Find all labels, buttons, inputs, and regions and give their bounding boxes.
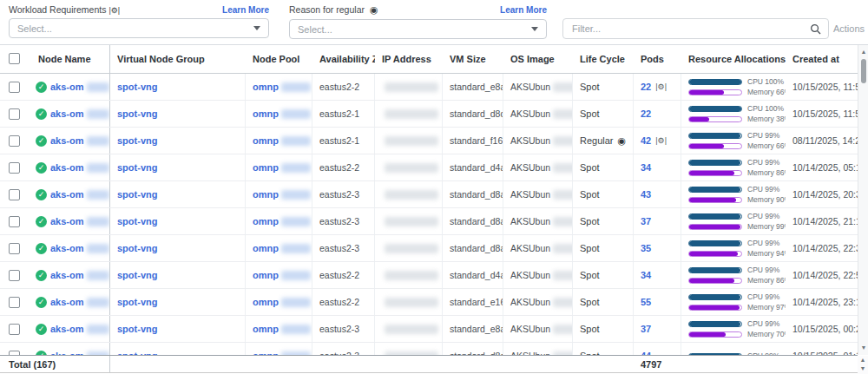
node-pool-link[interactable]: omnp: [253, 108, 279, 119]
memory-allocation-label: Memory 86%: [747, 276, 786, 285]
redacted-os-image: [553, 271, 573, 280]
row-checkbox[interactable]: [9, 324, 20, 335]
workload-learn-more-link[interactable]: Learn More: [222, 5, 269, 15]
column-header-resource-allocations[interactable]: Resource Allocations ↓ ≡: [681, 54, 786, 64]
cpu-allocation-bar: [688, 213, 742, 220]
node-name-link[interactable]: aks-om: [50, 297, 84, 307]
redacted-node-name: [87, 82, 109, 92]
node-pool-link[interactable]: omnp: [253, 135, 279, 146]
virtual-node-group-link[interactable]: spot-vng: [117, 108, 157, 119]
node-healthy-icon: ✓: [36, 162, 47, 174]
row-checkbox[interactable]: [9, 270, 20, 281]
node-pool-link[interactable]: omnp: [253, 270, 279, 280]
row-checkbox[interactable]: [9, 162, 20, 174]
column-header-availability-zone[interactable]: Availability Zone: [312, 54, 375, 64]
pods-count-link[interactable]: 34: [641, 270, 651, 280]
table-header: Node Name Virtual Node Group Node Pool A…: [0, 45, 858, 74]
memory-allocation-bar: [688, 331, 742, 338]
vm-size-value: standard_e8as_v4: [450, 324, 503, 334]
column-header-pods[interactable]: Pods: [634, 54, 681, 64]
cpu-allocation-bar: [688, 79, 742, 85]
node-name-link[interactable]: aks-om: [50, 270, 84, 280]
table-row: ✓ aks-om spot-vng omnp eastus2-1 standar…: [0, 128, 858, 154]
column-header-os-image[interactable]: OS Image: [503, 54, 573, 64]
created-at-value: 10/14/2025, 20:3...: [792, 189, 858, 200]
memory-allocation-label: Memory 97%: [747, 303, 786, 312]
pods-count-link[interactable]: 43: [641, 189, 651, 200]
virtual-node-group-link[interactable]: spot-vng: [117, 324, 157, 334]
reason-for-regular-select[interactable]: Select...: [289, 19, 547, 39]
node-pool-link[interactable]: omnp: [253, 297, 279, 307]
select-all-checkbox[interactable]: [9, 53, 20, 64]
node-name-link[interactable]: aks-om: [50, 324, 84, 334]
row-checkbox[interactable]: [9, 243, 20, 254]
cpu-allocation-bar: [688, 294, 742, 300]
row-checkbox[interactable]: [9, 297, 20, 308]
pods-count-link[interactable]: 37: [641, 324, 651, 334]
column-header-node-pool[interactable]: Node Pool: [246, 54, 312, 64]
row-checkbox[interactable]: [9, 189, 20, 200]
life-cycle-value: Spot: [580, 108, 600, 119]
node-pool-link[interactable]: omnp: [253, 324, 279, 334]
node-pool-link[interactable]: omnp: [253, 243, 279, 253]
scrollbar-thumb[interactable]: [861, 59, 866, 83]
pods-count-link[interactable]: 35: [641, 243, 651, 253]
node-name-link[interactable]: aks-om: [50, 108, 84, 119]
node-name-link[interactable]: aks-om: [50, 82, 84, 92]
column-header-created-at[interactable]: Created at: [786, 54, 858, 64]
column-header-node-name[interactable]: Node Name: [31, 45, 110, 73]
scroll-up-arrow[interactable]: ▲: [858, 47, 868, 57]
reason-learn-more-link[interactable]: Learn More: [500, 5, 547, 15]
virtual-node-group-link[interactable]: spot-vng: [117, 243, 157, 253]
virtual-node-group-link[interactable]: spot-vng: [117, 82, 157, 92]
redacted-os-image: [553, 325, 573, 334]
pods-count-link[interactable]: 42: [641, 135, 651, 146]
node-name-link[interactable]: aks-om: [50, 135, 84, 146]
workload-requirements-select[interactable]: Select...: [9, 18, 269, 38]
node-pool-link[interactable]: omnp: [253, 216, 279, 226]
life-cycle-value: Regular: [580, 135, 614, 146]
filter-input[interactable]: [570, 23, 810, 35]
workload-requirements-icon: |⚙|: [655, 136, 667, 145]
node-pool-link[interactable]: omnp: [253, 189, 279, 200]
pods-count-link[interactable]: 22: [641, 108, 651, 119]
node-name-link[interactable]: aks-om: [50, 243, 84, 253]
node-name-link[interactable]: aks-om: [50, 216, 84, 226]
virtual-node-group-link[interactable]: spot-vng: [117, 297, 157, 307]
redacted-os-image: [553, 136, 573, 146]
column-header-virtual-node-group[interactable]: Virtual Node Group: [110, 54, 246, 64]
column-header-vm-size[interactable]: VM Size: [443, 54, 503, 64]
pods-count-link[interactable]: 34: [641, 162, 651, 173]
os-image-value: AKSUbun: [510, 82, 550, 92]
actions-button[interactable]: Actions: [833, 23, 865, 34]
virtual-node-group-link[interactable]: spot-vng: [117, 216, 157, 226]
pods-count-link[interactable]: 22: [641, 82, 651, 92]
column-header-life-cycle[interactable]: Life Cycle: [573, 54, 634, 64]
virtual-node-group-link[interactable]: spot-vng: [117, 270, 157, 280]
table-row: ✓ aks-om spot-vng omnp eastus2-3 standar…: [0, 181, 858, 208]
redacted-node-pool: [281, 298, 311, 307]
node-pool-link[interactable]: omnp: [253, 82, 279, 92]
row-checkbox[interactable]: [9, 108, 20, 120]
node-pool-link[interactable]: omnp: [253, 162, 279, 173]
created-at-value: 08/11/2025, 14:2...: [792, 135, 858, 146]
column-header-ip-address[interactable]: IP Address: [375, 54, 443, 64]
row-checkbox[interactable]: [9, 82, 20, 93]
availability-zone-value: eastus2-3: [319, 243, 359, 253]
select-all-checkbox-cell: [0, 53, 31, 66]
pods-count-link[interactable]: 37: [641, 216, 651, 226]
memory-allocation-label: Memory 86%: [747, 168, 786, 177]
virtual-node-group-link[interactable]: spot-vng: [117, 135, 157, 146]
row-checkbox[interactable]: [9, 135, 20, 147]
redacted-node-name: [87, 136, 109, 146]
row-checkbox[interactable]: [9, 216, 20, 227]
virtual-node-group-link[interactable]: spot-vng: [117, 162, 157, 173]
scroll-down-arrow[interactable]: ▼: [858, 343, 868, 353]
virtual-node-group-link[interactable]: spot-vng: [117, 189, 157, 200]
node-name-link[interactable]: aks-om: [50, 162, 84, 173]
footer-scroll-down-arrow[interactable]: ▼: [858, 364, 868, 374]
node-healthy-icon: ✓: [36, 324, 47, 335]
pods-count-link[interactable]: 55: [641, 297, 651, 307]
node-name-link[interactable]: aks-om: [50, 189, 84, 200]
vm-size-value: standard_f16s_v2: [450, 135, 503, 146]
